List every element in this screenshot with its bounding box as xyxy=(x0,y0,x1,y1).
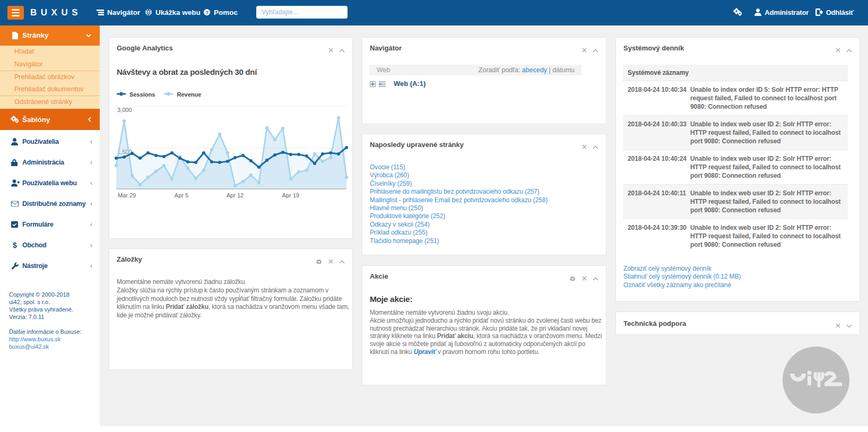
svg-text:Apr 12: Apr 12 xyxy=(227,192,244,198)
svg-text:Apr 19: Apr 19 xyxy=(282,192,299,198)
svg-text:Mar 29: Mar 29 xyxy=(118,192,136,198)
svg-text:?: ? xyxy=(205,10,209,15)
svg-text:Apr 5: Apr 5 xyxy=(175,192,188,198)
svg-text:3,000: 3,000 xyxy=(117,107,132,113)
